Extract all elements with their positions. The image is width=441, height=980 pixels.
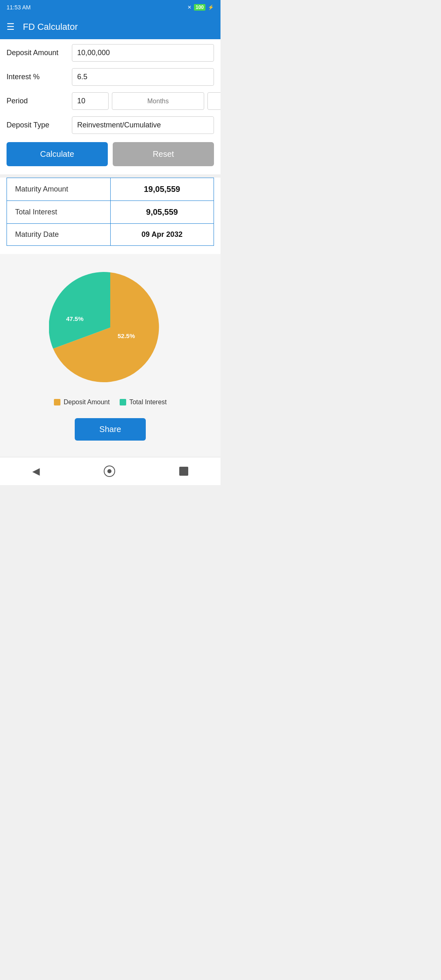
total-interest-label: Total Interest [7, 201, 111, 224]
period-months-input[interactable] [112, 92, 204, 110]
period-row: Period [7, 92, 214, 110]
period-days-input[interactable] [207, 92, 220, 110]
pie-chart-svg [49, 266, 172, 389]
home-button[interactable] [91, 462, 127, 480]
maturity-amount-row: Maturity Amount 19,05,559 [7, 178, 214, 201]
calculate-button[interactable]: Calculate [7, 142, 108, 166]
app-title: FD Calculator [23, 22, 78, 32]
total-interest-row: Total Interest 9,05,559 [7, 201, 214, 224]
charging-icon: ⚡ [208, 4, 214, 10]
deposit-percent-label: 52.5% [118, 332, 135, 339]
interest-percent-label: 47.5% [66, 315, 84, 322]
status-icons: ✕ 100 ⚡ [187, 4, 214, 11]
deposit-type-row: Deposit Type [7, 116, 214, 134]
maturity-date-value: 09 Apr 2032 [110, 224, 214, 246]
back-button[interactable]: ◀ [20, 462, 52, 480]
interest-input[interactable] [72, 68, 214, 86]
deposit-type-label: Deposit Type [7, 121, 72, 129]
status-bar: 11:53 AM ✕ 100 ⚡ [0, 0, 220, 15]
app-bar: ☰ FD Calculator [0, 15, 220, 39]
form-section: Deposit Amount Interest % Period Deposit… [0, 39, 220, 174]
interest-legend-dot [120, 399, 126, 405]
period-inputs [72, 92, 220, 110]
interest-label: Interest % [7, 73, 72, 81]
pie-chart: 52.5% 47.5% [49, 266, 172, 389]
action-buttons: Calculate Reset [7, 142, 214, 166]
total-interest-value: 9,05,559 [110, 201, 214, 224]
deposit-amount-row: Deposit Amount [7, 44, 214, 62]
bottom-nav: ◀ [0, 457, 220, 485]
interest-row: Interest % [7, 68, 214, 86]
legend-interest: Total Interest [120, 399, 167, 406]
results-section: Maturity Amount 19,05,559 Total Interest… [0, 178, 220, 254]
battery-indicator: 100 [194, 4, 205, 11]
menu-button[interactable]: ☰ [7, 22, 15, 32]
deposit-amount-input[interactable] [72, 44, 214, 62]
stop-icon [179, 467, 188, 476]
deposit-type-input[interactable] [72, 116, 214, 134]
reset-button[interactable]: Reset [113, 142, 214, 166]
status-time: 11:53 AM [7, 4, 31, 11]
results-table: Maturity Amount 19,05,559 Total Interest… [7, 178, 214, 246]
legend-deposit: Deposit Amount [54, 399, 110, 406]
home-icon [104, 466, 115, 477]
period-label: Period [7, 97, 72, 105]
recents-button[interactable] [167, 463, 200, 479]
chart-legend: Deposit Amount Total Interest [54, 399, 167, 406]
interest-legend-label: Total Interest [129, 399, 167, 406]
close-icon: ✕ [187, 4, 192, 10]
share-button[interactable]: Share [75, 418, 145, 441]
maturity-amount-label: Maturity Amount [7, 178, 111, 201]
chart-section: 52.5% 47.5% Deposit Amount Total Interes… [0, 254, 220, 457]
deposit-legend-dot [54, 399, 60, 405]
maturity-date-label: Maturity Date [7, 224, 111, 246]
maturity-amount-value: 19,05,559 [110, 178, 214, 201]
deposit-amount-label: Deposit Amount [7, 49, 72, 57]
deposit-legend-label: Deposit Amount [64, 399, 110, 406]
period-years-input[interactable] [72, 92, 109, 110]
maturity-date-row: Maturity Date 09 Apr 2032 [7, 224, 214, 246]
